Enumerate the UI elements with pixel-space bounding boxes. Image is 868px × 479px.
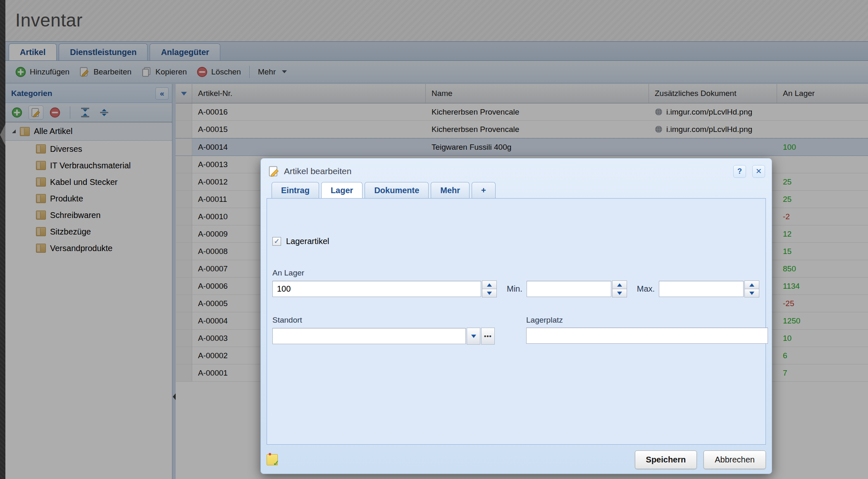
lagerartikel-row: ✓ Lagerartikel bbox=[272, 237, 765, 246]
dialog-tab-label: Dokumente bbox=[374, 186, 419, 195]
dialog-tab-label: + bbox=[481, 186, 486, 195]
spinner-up-button[interactable] bbox=[744, 280, 759, 289]
dialog-tabstrip: EintragLagerDokumenteMehr+ bbox=[267, 180, 766, 198]
edit-article-dialog: Artikel bearbeiten ? ✕ EintragLagerDokum… bbox=[260, 158, 772, 474]
lagerartikel-label: Lagerartikel bbox=[286, 237, 329, 246]
cancel-button[interactable]: Abbrechen bbox=[703, 450, 766, 469]
standort-combo: ••• bbox=[272, 328, 495, 345]
standort-dropdown-button[interactable] bbox=[467, 328, 480, 345]
spinner-down-button[interactable] bbox=[612, 289, 627, 297]
lagerplatz-input[interactable] bbox=[526, 328, 768, 344]
lagerartikel-checkbox[interactable]: ✓ bbox=[272, 237, 281, 246]
max-spinner[interactable] bbox=[744, 280, 759, 297]
arrow-down-icon bbox=[749, 292, 754, 295]
dialog-header[interactable]: Artikel bearbeiten ? ✕ bbox=[267, 158, 766, 180]
edit-icon bbox=[268, 165, 280, 177]
stock-fields-row: Min. Max. bbox=[272, 280, 765, 297]
check-icon: ✓ bbox=[273, 458, 279, 468]
dialog-content-lager: ✓ Lagerartikel An Lager Min. Max. bbox=[267, 198, 766, 445]
min-spinner[interactable] bbox=[612, 280, 627, 297]
dialog-tab-label: Lager bbox=[331, 186, 353, 195]
pin-icon bbox=[269, 453, 271, 455]
spinner-down-button[interactable] bbox=[744, 289, 759, 297]
standort-group: Standort ••• bbox=[272, 316, 495, 345]
arrow-up-icon bbox=[749, 283, 754, 287]
dialog-tab-label: Eintrag bbox=[281, 186, 310, 195]
standort-browse-button[interactable]: ••• bbox=[481, 328, 495, 345]
arrow-down-icon bbox=[617, 292, 622, 295]
standort-input[interactable] bbox=[272, 328, 466, 344]
help-button[interactable]: ? bbox=[733, 165, 746, 178]
an-lager-spinner[interactable] bbox=[482, 280, 497, 297]
an-lager-group: An Lager Min. Max. bbox=[272, 268, 765, 297]
arrow-up-icon bbox=[487, 283, 492, 287]
spinner-down-button[interactable] bbox=[482, 289, 497, 297]
help-icon: ? bbox=[737, 167, 742, 176]
standort-label: Standort bbox=[272, 316, 495, 325]
close-icon: ✕ bbox=[756, 167, 762, 176]
cancel-label: Abbrechen bbox=[715, 455, 755, 465]
dialog-title: Artikel bearbeiten bbox=[284, 166, 727, 176]
note-icon[interactable]: ✓ bbox=[267, 454, 278, 465]
dialog-tab-mehr[interactable]: Mehr bbox=[431, 182, 470, 199]
max-input[interactable] bbox=[659, 281, 744, 297]
max-label: Max. bbox=[637, 284, 655, 294]
min-label: Min. bbox=[507, 284, 522, 294]
min-input[interactable] bbox=[527, 281, 611, 297]
lagerplatz-group: Lagerplatz bbox=[526, 316, 768, 344]
spinner-up-button[interactable] bbox=[612, 280, 627, 289]
dialog-tab-lager[interactable]: Lager bbox=[321, 182, 362, 199]
location-row: Standort ••• Lagerplatz bbox=[272, 316, 765, 345]
chevron-down-icon bbox=[471, 335, 476, 338]
dialog-tab-dokumente[interactable]: Dokumente bbox=[365, 182, 429, 199]
lagerplatz-label: Lagerplatz bbox=[526, 316, 768, 325]
save-label: Speichern bbox=[646, 455, 686, 465]
arrow-down-icon bbox=[487, 292, 492, 295]
dialog-tab-label: Mehr bbox=[440, 186, 460, 195]
checkmark-icon: ✓ bbox=[274, 238, 279, 245]
ellipsis-icon: ••• bbox=[484, 333, 492, 340]
arrow-up-icon bbox=[617, 283, 622, 287]
close-button[interactable]: ✕ bbox=[752, 165, 765, 178]
save-button[interactable]: Speichern bbox=[635, 450, 697, 469]
an-lager-input[interactable] bbox=[272, 281, 481, 297]
dialog-tab--[interactable]: + bbox=[472, 182, 496, 199]
dialog-footer: ✓ Speichern Abbrechen bbox=[267, 445, 766, 474]
an-lager-label: An Lager bbox=[272, 268, 765, 278]
spinner-up-button[interactable] bbox=[482, 280, 497, 289]
dialog-tab-eintrag[interactable]: Eintrag bbox=[272, 182, 319, 199]
